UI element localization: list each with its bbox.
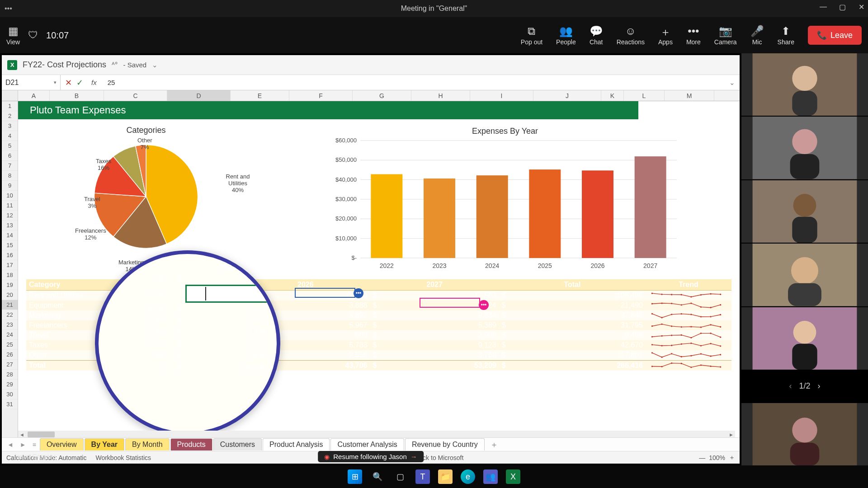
tab-customers[interactable]: Customers [213,438,262,450]
svg-point-33 [720,294,721,295]
svg-point-61 [681,334,682,336]
col-C[interactable]: C [104,90,167,101]
cancel-edit-button[interactable]: ✕ [65,78,72,88]
leave-button[interactable]: 📞Leave [808,26,862,45]
dropdown-icon[interactable]: ▾ [54,80,57,85]
tab-next[interactable]: ► [17,441,29,448]
chevron-down-icon[interactable]: ⌄ [152,61,158,69]
video-prev-button[interactable]: ‹ [789,381,792,391]
windows-taskbar[interactable]: ⊞ 🔍 ▢ T 📁 e 👥 X [0,465,868,488]
close-button[interactable]: ✕ [857,3,865,11]
workbook-stats[interactable]: Workbook Statistics [95,454,151,461]
svg-point-50 [651,325,653,327]
tab-revenue-by-country[interactable]: Revenue by Country [405,438,485,450]
people-icon: 👥 [559,25,573,37]
start-button[interactable]: ⊞ [348,469,362,484]
people-button[interactable]: 👥People [556,25,576,46]
confirm-edit-button[interactable]: ✓ [76,78,83,88]
apps-button[interactable]: ＋Apps [658,25,673,46]
svg-text:2025: 2025 [538,262,552,269]
chat-button[interactable]: 💬Chat [590,25,603,46]
col-J[interactable]: J [533,90,601,101]
tab-list-icon[interactable]: ≡ [30,441,39,448]
col-H[interactable]: H [411,90,470,101]
tab-by-month[interactable]: By Month [125,438,170,450]
col-L[interactable]: L [624,90,665,101]
svg-point-69 [681,343,682,345]
formula-input[interactable]: 25 [105,79,729,86]
col-G[interactable]: G [353,90,411,101]
plus-icon: ＋ [660,25,671,37]
teams2-icon[interactable]: 👥 [483,469,498,484]
zoom-in-button[interactable]: ＋ [729,454,735,462]
search-icon[interactable]: 🔍 [370,469,385,484]
maximize-button[interactable]: ▢ [838,3,846,11]
scroll-thumb[interactable] [28,432,55,437]
svg-text:$60,000: $60,000 [335,137,357,144]
zoom-out-button[interactable]: — [699,454,705,461]
video-tile[interactable] [741,117,868,179]
video-tile[interactable] [741,180,868,243]
share-icon: ⬆ [781,25,790,37]
svg-point-28 [671,294,672,295]
name-box[interactable]: D21▾ [2,75,61,90]
popout-button[interactable]: ⧉Pop out [521,25,542,46]
overflow-icon[interactable]: ••• [5,5,12,13]
fx-icon[interactable]: fx [88,79,100,86]
svg-point-79 [700,353,702,355]
col-I[interactable]: I [470,90,533,101]
reactions-button[interactable]: ☺Reactions [617,25,645,46]
document-name[interactable]: FY22- Cost Projections [23,60,106,70]
camera-button[interactable]: 📷Camera [714,25,737,46]
video-tile[interactable] [741,244,868,306]
share-button[interactable]: ⬆Share [778,25,794,46]
more-button[interactable]: •••More [686,25,701,46]
coauthor-cursor-pink [420,298,480,308]
teams-icon[interactable]: T [415,469,430,484]
edge-icon[interactable]: e [461,469,475,484]
column-headers[interactable]: A B C D E F G H I J K L M [2,90,740,101]
scroll-left-icon[interactable]: ◄ [18,432,26,437]
expand-formula-icon[interactable]: ⌄ [729,79,740,87]
coauthor-icon[interactable]: ᴬ° [112,61,118,69]
tab-products[interactable]: Products [170,438,212,450]
shield-icon[interactable]: 🛡 [28,29,38,41]
svg-rect-95 [790,155,820,179]
svg-rect-104 [792,344,817,370]
resume-following-button[interactable]: ◉ Resume following Jason → [318,451,424,462]
video-tile[interactable] [741,307,868,370]
spreadsheet-grid[interactable]: 1234567891011121314151617181920212223242… [2,101,740,464]
zoom-level[interactable]: 100% [709,454,725,461]
sheet-tabs: ◄ ► ≡ Overview By Year By Month Products… [2,437,740,451]
scroll-right-icon[interactable]: ► [727,432,735,437]
col-B[interactable]: B [50,90,104,101]
coauthor-cursor-blue [295,288,355,298]
video-tile[interactable] [741,53,868,116]
col-F[interactable]: F [289,90,353,101]
explorer-icon[interactable]: 📁 [438,469,453,484]
minimize-button[interactable]: — [819,3,827,11]
video-tile[interactable] [741,403,868,465]
col-E[interactable]: E [231,90,289,101]
mic-button[interactable]: 🎤Mic [750,25,764,46]
video-next-button[interactable]: › [818,381,821,391]
col-K[interactable]: K [601,90,624,101]
col-M[interactable]: M [665,90,714,101]
svg-point-40 [710,307,711,308]
col-D[interactable]: D [167,90,231,101]
col-A[interactable]: A [18,90,50,101]
taskview-icon[interactable]: ▢ [393,469,407,484]
row-headers[interactable]: 1234567891011121314151617181920212223242… [2,101,18,464]
add-sheet-button[interactable]: ＋ [486,439,503,450]
svg-rect-14 [371,174,402,258]
tab-by-year[interactable]: By Year [85,438,124,450]
pie-label-travel: Travel3% [84,196,100,210]
grid-body[interactable]: Pluto Team Expenses Categories Other7% T… [18,101,740,464]
view-button[interactable]: ▦ View [6,25,20,46]
tab-customer-analysis[interactable]: Customer Analysis [330,438,404,450]
tab-prev[interactable]: ◄ [5,441,16,448]
excel-taskbar-icon[interactable]: X [506,469,520,484]
tab-overview[interactable]: Overview [40,438,84,450]
tab-product-analysis[interactable]: Product Analysis [263,438,330,450]
svg-point-70 [690,343,692,344]
